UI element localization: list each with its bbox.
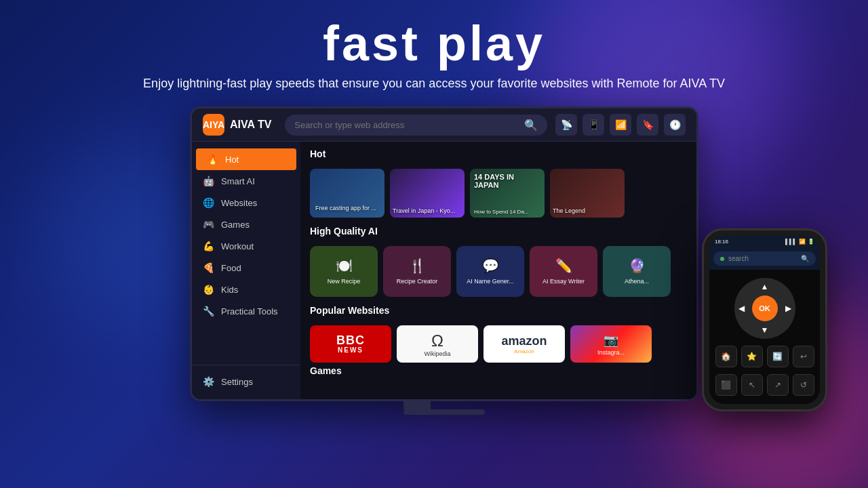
app-athena[interactable]: 🔮 Athena...	[603, 246, 671, 297]
sidebar-item-workout[interactable]: 💪 Workout	[192, 235, 300, 257]
sidebar-full: 🔥 Hot 🤖 Smart AI 🌐 Websites	[192, 148, 300, 392]
tv-stand-base	[403, 409, 485, 415]
websites-title: Popular Websites	[310, 305, 389, 316]
dpad-right-arrow[interactable]: ▶	[785, 304, 791, 313]
ai-title: High Quality AI	[310, 226, 378, 237]
tv-content: 🔥 Hot 🤖 Smart AI 🌐 Websites	[192, 142, 696, 399]
remote-row-2: ⬛ ↖ ↗ ↺	[715, 374, 814, 396]
tv-logo: AIYA AIVA TV	[203, 114, 271, 136]
app-recipe-creator[interactable]: 🍴 Recipe Creator	[383, 246, 451, 297]
phone-battery-icon: 🔋	[808, 239, 814, 245]
sidebar-item-food[interactable]: 🍕 Food	[192, 257, 300, 279]
hot-icon: 🔥	[207, 154, 218, 165]
thumbnail-label-casting: Free casting app for ...	[315, 205, 376, 212]
settings-icon: ⚙️	[203, 376, 214, 387]
toolbar: 📡 📱 📶 🔖 🕐	[555, 114, 686, 136]
page-header: fast play Enjoy lightning-fast play spee…	[0, 0, 868, 93]
amazon-text: amazon	[501, 334, 547, 348]
recipe-label: New Recipe	[328, 278, 361, 285]
recipe-creator-label: Recipe Creator	[397, 278, 438, 285]
recipe-creator-icon: 🍴	[409, 258, 426, 274]
refresh-button[interactable]: 🔄	[767, 346, 789, 367]
games-icon: 🎮	[203, 219, 214, 230]
dpad: ▲ ▼ ◀ ▶ OK	[734, 278, 795, 339]
app-logo-icon: AIYA	[203, 114, 224, 136]
sidebar-label-hot: Hot	[225, 155, 239, 165]
essay-label: AI Essay Writer	[542, 278, 585, 285]
smart-ai-icon: 🤖	[203, 176, 214, 186]
back-button[interactable]: ↩	[793, 346, 814, 367]
instagram-label: Instagra...	[597, 349, 625, 356]
food-icon: 🍕	[203, 262, 214, 273]
tv-main-area: Hot Free casting app for ...	[300, 142, 696, 399]
essay-icon: ✏️	[555, 258, 572, 274]
thumbnail-legend[interactable]: The Legend	[550, 169, 625, 218]
gesture-button[interactable]: ↗	[767, 374, 789, 396]
wifi-button[interactable]: 📶	[610, 114, 631, 136]
athena-icon: 🔮	[629, 258, 646, 274]
amazon-smile: Amazon	[514, 348, 534, 354]
websites-icon: 🌐	[203, 197, 214, 208]
bbc-logo-text: BBC	[336, 334, 365, 346]
wikipedia-icon: Ω	[431, 331, 443, 350]
tv-header: AIYA AIVA TV 🔍 📡 📱 📶 🔖 🕐	[192, 108, 696, 142]
phone-time: 18:16	[715, 239, 728, 245]
screen-mirror-button[interactable]: 📱	[583, 114, 604, 136]
sidebar-label-food: Food	[221, 263, 241, 273]
website-amazon[interactable]: amazon Amazon	[484, 325, 565, 363]
sidebar-item-settings[interactable]: ⚙️ Settings	[192, 371, 300, 392]
thumbnail-label-legend: The Legend	[553, 207, 585, 215]
sidebar-item-kids[interactable]: 👶 Kids	[192, 279, 300, 300]
thumbnail-casting[interactable]: Free casting app for ...	[310, 169, 384, 218]
screen-button[interactable]: ⬛	[715, 374, 737, 396]
thumbnail-label-japan: Travel in Japan - Kyo...	[393, 207, 455, 215]
phone-statusbar: 18:16 ▌▌▌ 📶 🔋	[709, 236, 820, 247]
dpad-left-arrow[interactable]: ◀	[738, 304, 745, 313]
hot-title: Hot	[310, 148, 326, 159]
website-bbc[interactable]: BBC NEWS	[310, 325, 391, 363]
cast-button[interactable]: 📡	[555, 114, 577, 136]
website-wikipedia[interactable]: Ω Wikipedia	[397, 325, 478, 363]
search-input[interactable]	[294, 120, 519, 130]
dpad-down-arrow[interactable]: ▼	[761, 325, 769, 335]
sidebar-item-hot[interactable]: 🔥 Hot	[196, 148, 296, 170]
app-new-recipe[interactable]: 🍽️ New Recipe	[310, 246, 378, 297]
rotate-button[interactable]: ↺	[793, 374, 814, 396]
sidebar-item-websites[interactable]: 🌐 Websites	[192, 192, 300, 214]
sidebar-item-games[interactable]: 🎮 Games	[192, 214, 300, 235]
sidebar-label-practical-tools: Practical Tools	[221, 306, 278, 317]
thumbnail-days-title: 14 DAYS IN JAPAN	[474, 173, 540, 189]
phone-search-bar[interactable]: search 🔍	[713, 251, 816, 266]
website-instagram[interactable]: 📷 Instagra...	[570, 325, 652, 363]
phone-status-icons: ▌▌▌ 📶 🔋	[785, 239, 814, 245]
app-ai-name-generator[interactable]: 💬 AI Name Gener...	[456, 246, 524, 297]
ai-name-label: AI Name Gener...	[467, 278, 514, 285]
hot-section-header: Hot	[310, 148, 687, 165]
practical-tools-icon: 🔧	[203, 306, 214, 317]
history-button[interactable]: 🕐	[664, 114, 686, 136]
pointer-button[interactable]: ↖	[741, 374, 763, 396]
search-bar[interactable]: 🔍	[285, 115, 547, 136]
workout-icon: 💪	[203, 241, 214, 251]
sidebar-item-smart-ai[interactable]: 🤖 Smart AI	[192, 170, 300, 192]
sidebar-item-practical-tools[interactable]: 🔧 Practical Tools	[192, 300, 300, 322]
sidebar-label-settings: Settings	[221, 377, 253, 387]
ai-apps-row: 🍽️ New Recipe 🍴 Recipe Creator 💬 AI Name…	[310, 246, 687, 297]
hot-thumbnails-row: Free casting app for ... Travel in Japan…	[310, 169, 687, 218]
tv-screen: AIYA AIVA TV 🔍 📡 📱 📶 🔖 🕐	[192, 108, 696, 399]
thumbnail-14days[interactable]: 14 DAYS IN JAPAN How to Spend 14 Da...	[470, 169, 545, 218]
favorite-button[interactable]: ⭐	[741, 346, 763, 367]
recipe-icon: 🍽️	[336, 258, 353, 274]
sidebar-items: 🔥 Hot 🤖 Smart AI 🌐 Websites	[192, 148, 300, 354]
sidebar-label-workout: Workout	[221, 241, 254, 251]
tv-sidebar: 🔥 Hot 🤖 Smart AI 🌐 Websites	[192, 142, 300, 399]
bookmark-button[interactable]: 🔖	[637, 114, 658, 136]
sidebar-label-websites: Websites	[221, 198, 257, 208]
ok-button[interactable]: OK	[752, 296, 778, 321]
ai-section-header: High Quality AI	[310, 226, 687, 242]
dpad-up-arrow[interactable]: ▲	[761, 282, 769, 291]
home-button[interactable]: 🏠	[715, 346, 737, 367]
games-title: Games	[310, 365, 342, 376]
app-ai-essay-writer[interactable]: ✏️ AI Essay Writer	[530, 246, 597, 297]
thumbnail-japan[interactable]: Travel in Japan - Kyo...	[390, 169, 465, 218]
